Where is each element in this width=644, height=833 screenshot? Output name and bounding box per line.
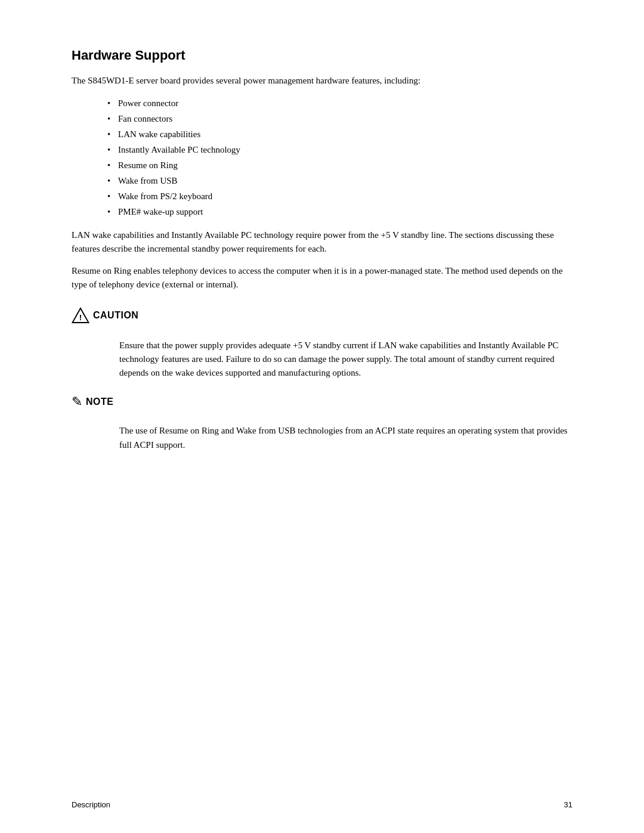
list-item: Power connector	[107, 96, 572, 110]
svg-text:!: !	[79, 312, 82, 321]
feature-list: Power connector Fan connectors LAN wake …	[107, 96, 572, 219]
footer-left: Description	[72, 800, 110, 809]
caution-block: ! CAUTION	[72, 306, 572, 324]
note-block: ✎ NOTE	[72, 394, 572, 410]
note-pencil-icon: ✎	[72, 394, 82, 410]
note-label: NOTE	[86, 397, 113, 407]
body-paragraph-2: Resume on Ring enables telephony devices…	[72, 264, 572, 292]
body-paragraph-1: LAN wake capabilities and Instantly Avai…	[72, 228, 572, 256]
page-footer: Description 31	[72, 800, 572, 809]
list-item: Resume on Ring	[107, 158, 572, 172]
list-item: Fan connectors	[107, 112, 572, 126]
section-title: Hardware Support	[72, 48, 572, 63]
caution-icon-area: ! CAUTION	[72, 306, 138, 324]
list-item: Wake from USB	[107, 174, 572, 188]
caution-text: Ensure that the power supply provides ad…	[119, 339, 572, 380]
note-text: The use of Resume on Ring and Wake from …	[119, 424, 572, 452]
caution-label: CAUTION	[93, 310, 138, 321]
list-item: Wake from PS/2 keyboard	[107, 189, 572, 203]
list-item: Instantly Available PC technology	[107, 143, 572, 157]
footer-right: 31	[564, 800, 572, 809]
list-item: PME# wake-up support	[107, 205, 572, 219]
list-item: LAN wake capabilities	[107, 127, 572, 141]
note-icon-area: ✎ NOTE	[72, 394, 113, 410]
page: Hardware Support The S845WD1-E server bo…	[0, 0, 644, 833]
caution-triangle-icon: !	[72, 306, 89, 324]
intro-paragraph: The S845WD1-E server board provides seve…	[72, 74, 572, 88]
